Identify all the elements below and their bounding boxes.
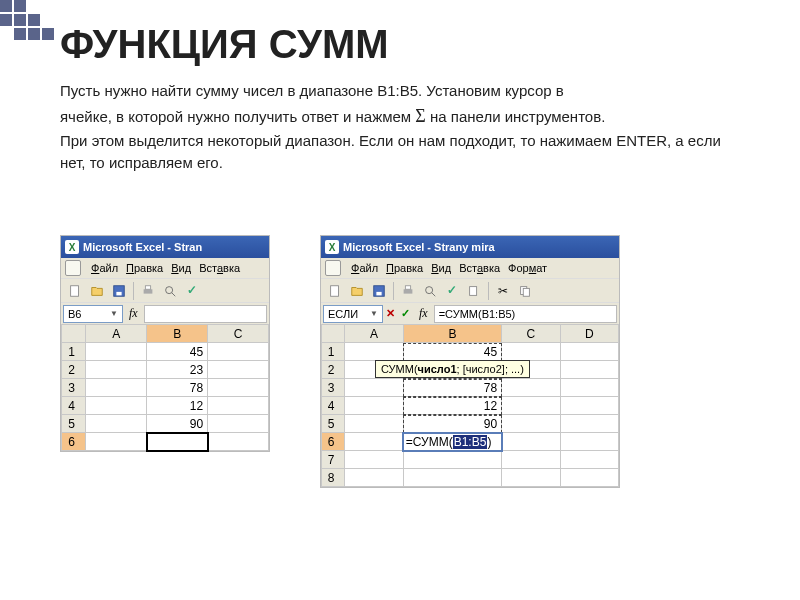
cell[interactable] bbox=[345, 379, 403, 397]
menu-insert[interactable]: Вставка bbox=[459, 262, 500, 274]
col-header-d[interactable]: D bbox=[560, 325, 618, 343]
cell[interactable] bbox=[403, 451, 501, 469]
cell[interactable] bbox=[560, 469, 618, 487]
col-header-c[interactable]: C bbox=[208, 325, 269, 343]
fx-label[interactable]: fx bbox=[419, 306, 428, 321]
open-icon[interactable] bbox=[87, 281, 107, 301]
cell[interactable] bbox=[560, 451, 618, 469]
cell[interactable] bbox=[86, 361, 147, 379]
cell[interactable] bbox=[345, 415, 403, 433]
new-icon[interactable] bbox=[65, 281, 85, 301]
cell[interactable] bbox=[502, 397, 560, 415]
cell[interactable] bbox=[502, 343, 560, 361]
row-header[interactable]: 3 bbox=[62, 379, 86, 397]
row-header[interactable]: 5 bbox=[322, 415, 345, 433]
cell[interactable] bbox=[345, 343, 403, 361]
row-header[interactable]: 3 bbox=[322, 379, 345, 397]
menu-format[interactable]: Формат bbox=[508, 262, 547, 274]
formula-bar[interactable]: =СУММ(B1:B5) bbox=[434, 305, 617, 323]
row-header[interactable]: 4 bbox=[62, 397, 86, 415]
research-icon[interactable] bbox=[464, 281, 484, 301]
dropdown-icon[interactable]: ▼ bbox=[110, 309, 118, 318]
preview-icon[interactable] bbox=[160, 281, 180, 301]
cell[interactable] bbox=[208, 415, 269, 433]
cut-icon[interactable]: ✂ bbox=[493, 281, 513, 301]
cell[interactable]: 45 bbox=[147, 343, 208, 361]
row-header[interactable]: 5 bbox=[62, 415, 86, 433]
cell[interactable] bbox=[208, 343, 269, 361]
cell[interactable] bbox=[502, 415, 560, 433]
print-icon[interactable] bbox=[398, 281, 418, 301]
col-header-b[interactable]: B bbox=[403, 325, 501, 343]
cell[interactable] bbox=[502, 433, 560, 451]
cell[interactable] bbox=[560, 361, 618, 379]
cell[interactable] bbox=[560, 415, 618, 433]
menu-view[interactable]: Вид bbox=[171, 262, 191, 274]
cell[interactable] bbox=[86, 415, 147, 433]
cell[interactable]: 45 bbox=[403, 343, 501, 361]
cell[interactable] bbox=[345, 433, 403, 451]
row-header[interactable]: 2 bbox=[322, 361, 345, 379]
preview-icon[interactable] bbox=[420, 281, 440, 301]
cell[interactable] bbox=[208, 433, 269, 451]
cell[interactable] bbox=[560, 379, 618, 397]
cell[interactable]: 12 bbox=[403, 397, 501, 415]
cell[interactable] bbox=[403, 469, 501, 487]
save-icon[interactable] bbox=[109, 281, 129, 301]
cell[interactable] bbox=[208, 361, 269, 379]
cell[interactable]: 90 bbox=[147, 415, 208, 433]
save-icon[interactable] bbox=[369, 281, 389, 301]
fx-label[interactable]: fx bbox=[129, 306, 138, 321]
copy-icon[interactable] bbox=[515, 281, 535, 301]
menu-file[interactable]: Файл bbox=[351, 262, 378, 274]
cell[interactable] bbox=[345, 451, 403, 469]
active-cell-formula[interactable]: =СУММ(B1:B5) bbox=[403, 433, 501, 451]
row-header[interactable]: 1 bbox=[322, 343, 345, 361]
cell[interactable]: 78 bbox=[403, 379, 501, 397]
select-all-corner[interactable] bbox=[62, 325, 86, 343]
menu-insert[interactable]: Вставка bbox=[199, 262, 240, 274]
cell[interactable]: 78 bbox=[147, 379, 208, 397]
menu-edit[interactable]: Правка bbox=[126, 262, 163, 274]
dropdown-icon[interactable]: ▼ bbox=[370, 309, 378, 318]
cell[interactable] bbox=[560, 433, 618, 451]
name-box[interactable]: B6 ▼ bbox=[63, 305, 123, 323]
cell[interactable]: 23 bbox=[147, 361, 208, 379]
cell[interactable] bbox=[345, 469, 403, 487]
menu-view[interactable]: Вид bbox=[431, 262, 451, 274]
col-header-c[interactable]: C bbox=[502, 325, 560, 343]
col-header-b[interactable]: B bbox=[147, 325, 208, 343]
cell[interactable] bbox=[86, 379, 147, 397]
cell[interactable] bbox=[502, 379, 560, 397]
row-header[interactable]: 7 bbox=[322, 451, 345, 469]
accept-formula-icon[interactable]: ✓ bbox=[401, 307, 410, 320]
cell[interactable] bbox=[560, 397, 618, 415]
row-header[interactable]: 6 bbox=[62, 433, 86, 451]
cell[interactable] bbox=[86, 397, 147, 415]
row-header[interactable]: 2 bbox=[62, 361, 86, 379]
print-icon[interactable] bbox=[138, 281, 158, 301]
select-all-corner[interactable] bbox=[322, 325, 345, 343]
cell[interactable] bbox=[208, 379, 269, 397]
cell[interactable]: 90 bbox=[403, 415, 501, 433]
open-icon[interactable] bbox=[347, 281, 367, 301]
menu-edit[interactable]: Правка bbox=[386, 262, 423, 274]
name-box[interactable]: ЕСЛИ ▼ bbox=[323, 305, 383, 323]
row-header[interactable]: 4 bbox=[322, 397, 345, 415]
new-icon[interactable] bbox=[325, 281, 345, 301]
cell[interactable] bbox=[86, 433, 147, 451]
cell[interactable]: 12 bbox=[147, 397, 208, 415]
col-header-a[interactable]: A bbox=[345, 325, 403, 343]
cell[interactable] bbox=[345, 397, 403, 415]
active-cell[interactable] bbox=[147, 433, 208, 451]
row-header[interactable]: 8 bbox=[322, 469, 345, 487]
menu-file[interactable]: Файл bbox=[91, 262, 118, 274]
cell[interactable] bbox=[502, 469, 560, 487]
cell[interactable] bbox=[208, 397, 269, 415]
formula-bar[interactable] bbox=[144, 305, 267, 323]
cancel-formula-icon[interactable]: ✕ bbox=[386, 307, 395, 320]
col-header-a[interactable]: A bbox=[86, 325, 147, 343]
spellcheck-icon[interactable]: ✓ bbox=[442, 281, 462, 301]
spellcheck-icon[interactable]: ✓ bbox=[182, 281, 202, 301]
cell[interactable] bbox=[560, 343, 618, 361]
